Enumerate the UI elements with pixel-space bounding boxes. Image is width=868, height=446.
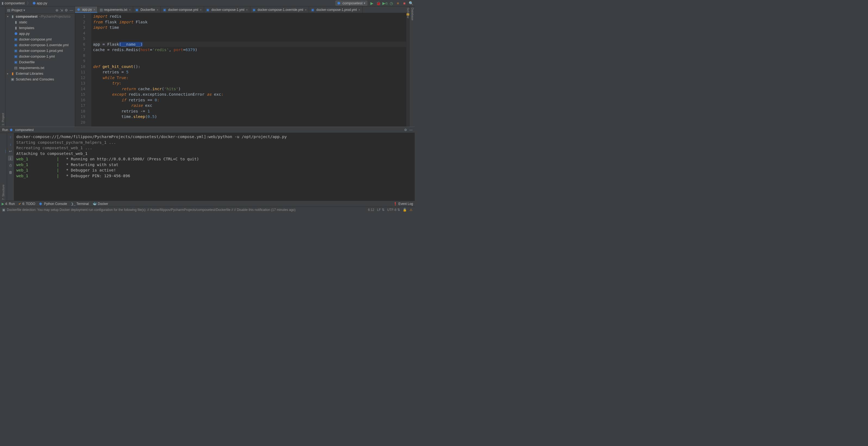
tree-folder-templates[interactable]: ▮templates (5, 25, 75, 31)
tree-external-libs[interactable]: ▸▮External Libraries (5, 71, 75, 77)
tab-dc1ov[interactable]: ▣docker-compose-1.override.yml× (250, 6, 309, 13)
run-button[interactable]: ▶ (370, 1, 374, 5)
print-button[interactable]: ⎙ (8, 163, 13, 168)
collapse-all-icon[interactable]: ⇲ (60, 8, 63, 12)
text-file-icon: ▤ (13, 66, 18, 70)
soft-wrap-button[interactable]: ↩ (8, 149, 13, 154)
run-toolwindow-button[interactable]: ▶4: Run (2, 202, 15, 206)
right-tool-rail: Database SciView (409, 6, 415, 127)
yaml-file-icon: ▣ (311, 8, 314, 12)
attach-button[interactable]: ≡ (396, 1, 400, 5)
python-file-icon: ⬢ (13, 32, 18, 36)
search-everywhere-button[interactable]: 🔍 (409, 1, 413, 5)
python-console-button[interactable]: ⬢Python Console (39, 202, 67, 206)
yaml-file-icon: ▣ (252, 8, 255, 12)
hector-icon[interactable]: ⚠ (409, 208, 412, 212)
tree-scratches[interactable]: ▣Scratches and Consoles (5, 77, 75, 82)
clear-button[interactable]: 🗑 (8, 170, 13, 175)
project-tool-button[interactable]: 1: Project (1, 6, 5, 127)
structure-tool-button[interactable]: 7: Structure (1, 133, 5, 201)
up-stack-button[interactable]: ↑ (8, 135, 13, 140)
python-file-icon: ⬢ (33, 1, 36, 5)
caret-position[interactable]: 6:12 (368, 208, 374, 212)
yaml-file-icon: ▣ (13, 37, 18, 41)
python-file-icon: ⬢ (77, 8, 80, 11)
database-tool-button[interactable]: Database (410, 6, 415, 127)
tree-file-dc1ov[interactable]: ▣docker-compose-1.override.yml (5, 42, 75, 48)
scratches-icon: ▣ (10, 77, 15, 81)
docker-button[interactable]: 🐳Docker (93, 202, 108, 206)
yaml-file-icon: ▣ (13, 54, 18, 58)
tab-dc1prod[interactable]: ▣docker-compose-1.prod.yml× (309, 6, 363, 13)
fold-gutter[interactable] (88, 13, 91, 127)
status-bar: ▣ Dockerfile detection: You may setup Do… (0, 207, 415, 212)
expand-arrow-icon[interactable]: ▸ (7, 72, 10, 75)
tree-folder-static[interactable]: ▮static (5, 19, 75, 25)
stop-button[interactable]: ■ (402, 1, 407, 5)
tab-app-py[interactable]: ⬢app.py× (75, 6, 98, 13)
breadcrumb-project[interactable]: ▮composetest (2, 1, 25, 5)
tree-file-dc[interactable]: ▣docker-compose.yml (5, 36, 75, 42)
tree-root[interactable]: ▾ ▮ composetest ~/PycharmProjects/co (5, 13, 75, 19)
hide-icon[interactable]: — (69, 8, 73, 12)
breadcrumb-file[interactable]: ⬢app.py (33, 1, 47, 5)
libraries-icon: ▮ (10, 71, 15, 76)
tree-file-dockerfile[interactable]: ▣Dockerfile (5, 59, 75, 65)
close-icon[interactable]: × (200, 8, 202, 11)
balloon-icon: ❗ (393, 202, 397, 206)
run-coverage-button[interactable]: ▶⎋ (383, 1, 387, 5)
close-icon[interactable]: × (93, 8, 95, 11)
tool-windows-icon[interactable]: ▣ (2, 208, 5, 212)
run-panel-title: Run (2, 128, 8, 132)
tab-dc[interactable]: ▣docker-compose.yml× (161, 6, 204, 13)
event-log-button[interactable]: ❗Event Log (393, 202, 413, 206)
tree-file-app[interactable]: ⬢app.py (5, 31, 75, 36)
yaml-file-icon: ▣ (13, 49, 18, 53)
project-view-title[interactable]: Project (11, 8, 22, 12)
tab-dc1[interactable]: ▣docker-compose-1.yml× (204, 6, 250, 13)
close-icon[interactable]: × (359, 8, 360, 11)
close-icon[interactable]: × (305, 8, 307, 11)
line-separator[interactable]: LF ⇅ (377, 208, 384, 212)
run-config-selector[interactable]: ⬢ composetest ▾ (335, 1, 367, 6)
close-icon[interactable]: × (246, 8, 248, 11)
terminal-button[interactable]: ❯_Terminal (71, 202, 89, 206)
todo-toolwindow-button[interactable]: ✔6: TODO (19, 202, 35, 206)
settings-icon[interactable]: ⚙ (65, 8, 68, 12)
run-panel: Run ⬢ composetest ⚙ — ↻ ■ ❚❚ ▤ ⎋ ✕ ↑ ↓ ↩… (0, 127, 415, 201)
python-icon: ⬢ (39, 202, 42, 206)
tree-file-req[interactable]: ▤requirements.txt (5, 65, 75, 71)
favorites-tool-button[interactable]: 2: Favorites (0, 133, 1, 201)
tab-requirements[interactable]: ▤requirements.txt× (98, 6, 133, 13)
tree-file-dc1[interactable]: ▣docker-compose-1.yml (5, 54, 75, 59)
close-icon[interactable]: × (129, 8, 131, 11)
bottom-tool-bar: ▶4: Run ✔6: TODO ⬢Python Console ❯_Termi… (0, 201, 415, 207)
editor[interactable]: 1234567891011121314151617181920 import r… (75, 13, 409, 127)
line-gutter[interactable]: 1234567891011121314151617181920 (75, 13, 88, 127)
debug-button[interactable]: 🐞 (376, 1, 380, 5)
tree-file-dc1prod[interactable]: ▣docker-compose-1.prod.yml (5, 48, 75, 54)
hide-icon[interactable]: — (409, 128, 412, 132)
chevron-down-icon: ▾ (364, 1, 366, 5)
scroll-to-end-button[interactable]: ⤓ (8, 156, 13, 160)
navigation-bar: ▮composetest 〉 ⬢app.py ⬢ composetest ▾ ▶… (0, 0, 415, 6)
docker-file-icon: ▣ (13, 60, 18, 64)
sciview-tool-button[interactable]: SciView (406, 6, 410, 127)
tab-dockerfile[interactable]: ▣Dockerfile× (133, 6, 161, 13)
console-url-link[interactable]: http://0.0.0.0:5000/ (97, 157, 145, 161)
lock-icon[interactable]: 🔓 (403, 208, 407, 212)
left-lower-rail: 7: Structure 2: Favorites (0, 133, 5, 201)
code-area[interactable]: import redis from flask import Flask imp… (91, 13, 406, 127)
settings-icon[interactable]: ⚙ (404, 128, 407, 132)
profile-button[interactable]: ◷ (389, 1, 394, 5)
close-icon[interactable]: × (157, 8, 158, 11)
down-stack-button[interactable]: ↓ (8, 142, 13, 147)
chevron-down-icon[interactable]: ▾ (23, 8, 25, 12)
run-console[interactable]: docker-compose://[/home/filippov/Pycharm… (14, 133, 415, 201)
expand-arrow-icon[interactable]: ▾ (7, 15, 10, 18)
console-line: docker-compose://[/home/filippov/Pycharm… (16, 135, 287, 139)
scroll-from-source-icon[interactable]: ⊕ (56, 8, 58, 12)
run-toolbar-secondary: ↑ ↓ ↩ ⤓ ⎙ 🗑 (7, 133, 14, 201)
file-encoding[interactable]: UTF-8 ⇅ (387, 208, 400, 212)
status-message[interactable]: Dockerfile detection: You may setup Dock… (7, 208, 368, 212)
